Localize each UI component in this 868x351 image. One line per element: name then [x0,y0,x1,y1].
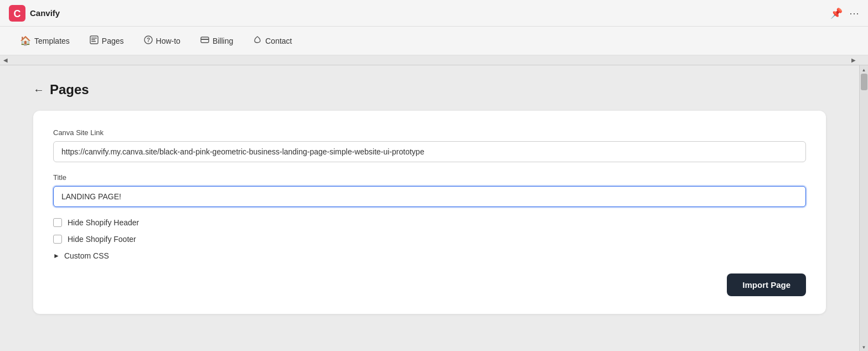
svg-text:C: C [14,8,21,19]
page-title: Pages [50,82,89,97]
nav-item-templates[interactable]: 🏠 Templates [11,31,79,50]
canva-site-link-input[interactable] [53,141,806,162]
howto-icon: ? [144,35,153,47]
app-logo-icon: C [9,5,25,22]
nav-label-pages: Pages [102,37,124,45]
pin-icon[interactable]: 📌 [830,7,843,19]
title-group: Title [53,173,806,207]
pages-icon [90,35,99,47]
hide-shopify-header-checkbox[interactable] [53,218,62,227]
svg-rect-3 [91,38,97,39]
top-bar-actions: 📌 ⋯ [830,7,859,19]
app-title: Canvify [30,8,60,18]
checkboxes-section: Hide Shopify Header Hide Shopify Footer [53,218,806,244]
page-header: ← Pages [33,82,826,97]
hide-shopify-footer-checkbox[interactable] [53,235,62,244]
back-button[interactable]: ← [33,84,44,96]
triangle-expand-icon: ► [53,252,60,260]
svg-rect-4 [91,39,95,40]
custom-css-label: Custom CSS [64,251,109,260]
import-page-button[interactable]: Import Page [727,273,806,296]
scroll-up-arrow[interactable]: ▲ [861,66,867,74]
home-icon: 🏠 [20,35,31,46]
nav-item-contact[interactable]: Contact [244,31,301,51]
scroll-right-arrow[interactable]: ▶ [849,57,858,63]
canva-site-link-label: Canva Site Link [53,128,806,137]
scrollbar-thumb[interactable] [861,74,867,90]
nav-item-pages[interactable]: Pages [81,31,133,51]
contact-icon [253,35,262,47]
form-card: Canva Site Link Title Hide Shopify Heade… [33,111,826,314]
main-content: ← Pages Canva Site Link Title Hide Shopi… [0,65,859,351]
content-area: ← Pages Canva Site Link Title Hide Shopi… [0,65,868,351]
more-options-icon[interactable]: ⋯ [849,7,859,19]
scroll-down-arrow[interactable]: ▼ [861,344,867,351]
hide-header-group: Hide Shopify Header [53,218,806,227]
app-logo[interactable]: C Canvify [9,5,60,22]
svg-text:?: ? [146,37,149,43]
nav-item-billing[interactable]: Billing [192,31,242,51]
import-btn-area: Import Page [53,273,806,296]
nav-label-howto: How-to [156,37,180,45]
nav-label-contact: Contact [265,37,292,45]
nav-bar: 🏠 Templates Pages ? How-to [0,27,868,55]
svg-rect-9 [201,39,209,40]
svg-rect-5 [91,41,96,42]
billing-icon [200,35,209,47]
top-bar: C Canvify 📌 ⋯ [0,0,868,27]
title-input[interactable] [53,186,806,207]
canva-site-link-group: Canva Site Link [53,128,806,162]
hide-shopify-header-label: Hide Shopify Header [68,218,139,227]
nav-label-templates: Templates [34,37,70,45]
custom-css-section[interactable]: ► Custom CSS [53,251,806,260]
nav-item-howto[interactable]: ? How-to [135,31,189,51]
hide-shopify-footer-label: Hide Shopify Footer [68,235,136,244]
horizontal-scrollbar: ◀ ▶ [0,55,868,65]
nav-label-billing: Billing [213,37,233,45]
scroll-left-arrow[interactable]: ◀ [1,57,10,63]
right-scrollbar: ▲ ▼ [859,65,868,351]
title-label: Title [53,173,806,182]
hide-footer-group: Hide Shopify Footer [53,235,806,244]
